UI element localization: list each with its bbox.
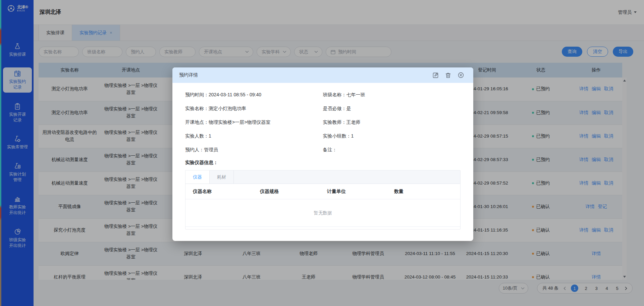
field-value: 七年一班 bbox=[346, 92, 365, 97]
edit-icon[interactable] bbox=[433, 72, 438, 78]
equipment-table-header: 仪器名称 仪器规格 计量单位 数量 bbox=[185, 184, 460, 199]
field-label: 预约人： bbox=[185, 147, 204, 152]
field-label: 实验小组数： bbox=[323, 133, 351, 139]
booking-fields: 预约时间：2024-03-11 08:55 - 09:40 班级名称：七年一班 … bbox=[185, 92, 461, 153]
field-value: 1 bbox=[351, 133, 354, 139]
field-label: 开课地点： bbox=[185, 119, 209, 125]
field-value: 王老师 bbox=[346, 119, 361, 125]
field-value: 是 bbox=[346, 106, 351, 111]
equipment-box: 仪器 耗材 仪器名称 仪器规格 计量单位 数量 暂无数据 bbox=[185, 170, 461, 230]
tab-instruments[interactable]: 仪器 bbox=[185, 170, 210, 184]
modal-header: 预约详情 bbox=[172, 67, 473, 83]
modal-body: 预约时间：2024-03-11 08:55 - 09:40 班级名称：七年一班 … bbox=[172, 83, 473, 230]
field-label: 是否必做： bbox=[323, 106, 346, 111]
field-label: 实验名称： bbox=[185, 106, 209, 111]
field-value: 2024-03-11 08:55 - 09:40 bbox=[209, 92, 261, 97]
equipment-section-label: 实验仪器信息： bbox=[185, 160, 461, 166]
field-label: 班级名称： bbox=[323, 92, 346, 97]
equipment-tabs: 仪器 耗材 bbox=[185, 170, 460, 184]
modal-title: 预约详情 bbox=[179, 72, 198, 78]
field-label: 预约时间： bbox=[185, 92, 209, 97]
booking-detail-modal: 预约详情 预约时间：2024-03-11 08:55 - 09:40 班级名称：… bbox=[172, 67, 473, 241]
close-icon[interactable] bbox=[458, 72, 464, 78]
field-label: 实验教师： bbox=[323, 119, 346, 125]
field-label: 实验人数： bbox=[185, 133, 209, 139]
field-value: 管理员 bbox=[204, 147, 218, 152]
app-root: 北泽® BAZE 实验排课 实验预约记录 实验开课记录 实验库管理 bbox=[0, 0, 644, 306]
field-value: 1 bbox=[209, 133, 211, 139]
field-value: 物理实验楼>一层>物理仪器室 bbox=[209, 119, 270, 125]
field-value: 测定小灯泡电功率 bbox=[209, 106, 246, 111]
delete-icon[interactable] bbox=[445, 72, 451, 78]
tab-consumables[interactable]: 耗材 bbox=[210, 170, 234, 184]
field-label: 备注： bbox=[323, 147, 337, 152]
empty-data-text: 暂无数据 bbox=[185, 199, 460, 227]
